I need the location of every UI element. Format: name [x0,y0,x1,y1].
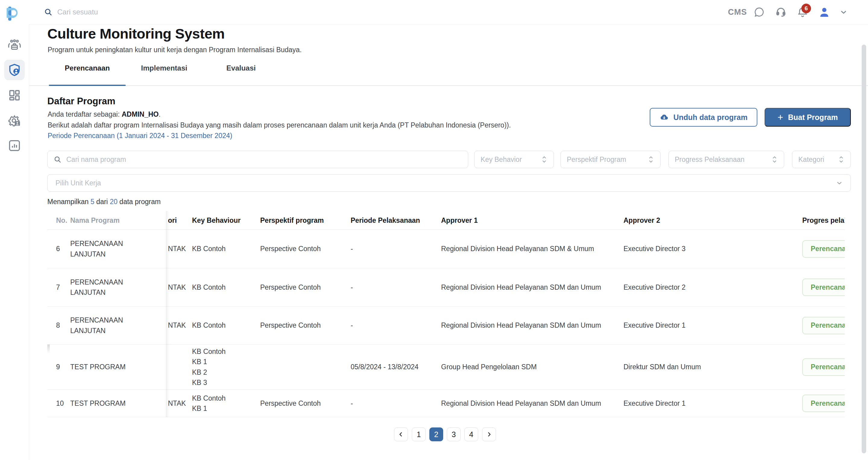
cell-no: 7 [56,268,60,306]
chat-button[interactable] [748,0,770,24]
cell-approver1: Regional Division Head Pelayanan SDM dan… [441,268,616,306]
cell-approver1: Regional Division Head Pelayanan SDM & U… [441,230,616,268]
key-behavior-select[interactable]: Key Behavior [474,151,554,168]
chevron-right-icon [486,431,492,438]
global-search-input[interactable] [57,7,269,17]
pagination-next-button[interactable] [482,427,496,441]
notification-count-badge: 6 [801,4,811,13]
cell-approver2: Direktur SDM dan Umum [623,344,753,390]
user-avatar-icon [818,6,831,19]
sidebar-item-culture-monitoring[interactable] [4,60,25,80]
tab-perencanaan[interactable]: Perencanaan [49,64,126,84]
tab-evaluasi[interactable]: Evaluasi [203,64,279,84]
cell-approver1: Regional Division Head Pelayanan SDM dan… [441,390,616,417]
chevron-down-icon [835,179,843,187]
sidebar-item-team[interactable] [4,35,25,56]
cell-key-behaviour: KB Contoh KB 1 [192,390,225,417]
profile-button[interactable] [813,0,835,24]
cell-key-behaviour: KB Contoh [192,307,225,344]
program-search-input[interactable] [66,155,429,164]
cell-key-behaviour: KB Contoh [192,268,225,306]
pagination-prev-button[interactable] [394,427,408,441]
cms-label: CMS [728,7,747,17]
notifications-button[interactable]: 6 [792,0,813,24]
registered-suffix: . [159,110,160,118]
page-title: Culture Monitoring System [47,25,225,42]
period-link[interactable]: Periode Perencanaan (1 Januari 2024 - 31… [48,132,232,140]
summary-shown-count: 5 [90,198,94,206]
tab-label: Implementasi [141,64,187,72]
registered-prefix: Anda terdaftar sebagai: [48,110,122,118]
page-scrollbar-thumb[interactable] [862,44,866,453]
create-program-button[interactable]: + Buat Program [765,108,851,127]
search-icon [44,8,53,16]
cell-no: 8 [56,307,60,344]
chevron-down-icon [839,7,848,17]
profile-menu-toggle[interactable] [835,0,852,24]
app-logo[interactable] [7,4,22,21]
pagination-page-3[interactable]: 3 [447,427,461,441]
status-badge: Perencanaan [802,359,845,376]
progress-pelaksanaan-select[interactable]: Progress Pelaksanaan [669,151,784,168]
perspektif-select-value: Perspektif Program [567,156,626,164]
unit-kerja-select[interactable] [47,174,851,192]
cell-kategori-clipped: NTAK [168,230,186,268]
page-subtitle: Program untuk peningkatan kultur unit ke… [48,46,302,54]
plus-icon: + [778,113,783,122]
cell-approver2: Executive Director 1 [623,307,753,344]
cell-no: 9 [56,344,60,390]
status-badge: Perencanaan [802,395,845,412]
cell-perspektif: Perspective Contoh [260,230,321,268]
kategori-select[interactable]: Kategori [792,151,851,168]
support-button[interactable] [770,0,792,24]
summary-prefix: Menampilkan [47,198,90,206]
summary-middle: dari [94,198,110,206]
team-icon [7,38,22,52]
pagination-page-4[interactable]: 4 [464,427,478,441]
col-header-key-behaviour: Key Behaviour [192,211,241,230]
program-table: No. Nama Program ori Key Behaviour Persp… [47,211,845,417]
section-description: Berikut adalah daftar program Internalis… [48,121,511,129]
cell-kategori-clipped: NTAK [168,307,186,344]
cell-nama-program: PERENCANAAN LANJUTAN [70,230,158,268]
cell-key-behaviour: KB Contoh KB 1 KB 2 KB 3 [192,344,225,390]
registered-role: ADMIN_HO [122,110,159,118]
cms-link[interactable]: CMS [726,0,748,24]
updown-chevron-icon [771,156,778,163]
cell-approver2: Executive Director 1 [623,390,753,417]
sticky-column-shadow [166,211,169,417]
dashboard-grid-icon [7,88,22,102]
unit-kerja-input[interactable] [55,179,810,187]
pelindo-logo-icon [7,4,22,23]
status-badge: Perencanaan [802,240,845,258]
topbar: CMS 6 [29,0,868,24]
global-search[interactable] [44,5,315,19]
pagination-page-1[interactable]: 1 [412,427,426,441]
cell-approver2: Executive Director 2 [623,268,753,306]
summary-total-count: 20 [110,198,118,206]
col-header-no: No. [56,211,67,230]
updown-chevron-icon [648,156,654,163]
col-header-periode-pelaksanaan: Periode Pelaksanaan [351,211,420,230]
sidebar-item-reports[interactable] [4,135,25,156]
col-header-approver1: Approver 1 [441,211,477,230]
tab-label: Perencanaan [65,64,110,72]
pagination-page-2-active[interactable]: 2 [429,427,443,441]
col-header-perspektif-program: Perspektif program [260,211,324,230]
chevron-left-icon [398,431,404,438]
cell-periode: 05/8/2024 - 13/8/2024 [351,344,418,390]
shield-user-icon [7,63,22,77]
cell-perspektif: Perspective Contoh [260,307,321,344]
cell-kategori-clipped: NTAK [168,268,186,306]
program-search-field[interactable] [47,151,468,168]
download-program-data-button[interactable]: Unduh data program [650,108,757,127]
tab-implementasi[interactable]: Implementasi [126,64,203,84]
cell-perspektif: Perspective Contoh [260,390,321,417]
chat-bubble-icon [753,6,765,18]
cell-key-behaviour: KB Contoh [192,230,225,268]
perspektif-program-select[interactable]: Perspektif Program [560,151,660,168]
cell-nama-program: PERENCANAAN LANJUTAN [70,268,158,306]
sidebar-item-dashboard[interactable] [4,85,25,105]
col-header-progres-clipped: Progres pelak [802,211,845,230]
sidebar-item-admin-settings[interactable] [4,110,25,131]
